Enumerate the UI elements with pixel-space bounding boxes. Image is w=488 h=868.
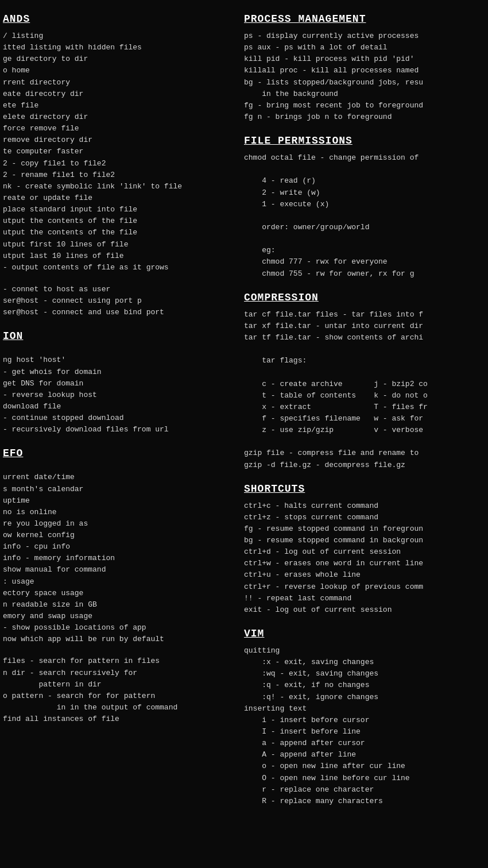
right-column: PROCESS MANAGEMENT ps - display currentl… (238, 6, 488, 823)
section-ssh: - connet to host as user ser@host - conn… (3, 284, 233, 318)
section-content-search: files - search for pattern in files n di… (3, 655, 233, 725)
section-ion: ION (3, 329, 233, 344)
section-title-commands: ANDS (3, 11, 233, 27)
section-sysinfo: urrent date/time s month's calendar upti… (3, 472, 233, 645)
section-content-shortcuts: ctrl+c - halts current command ctrl+z - … (244, 500, 485, 616)
section-title-ion: ION (3, 329, 233, 344)
section-network: ng host 'host' - get whois for domain ge… (3, 354, 233, 435)
section-title-efo: EFO (3, 446, 233, 461)
section-content-sysinfo: urrent date/time s month's calendar upti… (3, 472, 233, 645)
section-compression: COMPRESSION tar cf file.tar files - tar … (244, 290, 485, 471)
section-content-network: ng host 'host' - get whois for domain ge… (3, 354, 233, 435)
section-fileperm: FILE PERMISSIONS chmod octal file - chan… (244, 133, 485, 280)
section-vim: VIM quitting :x - exit, saving changes :… (244, 626, 485, 807)
section-content-commands: / listing itted listing with hidden file… (3, 30, 233, 273)
left-column: ANDS / listing itted listing with hidden… (0, 6, 238, 823)
section-efo: EFO (3, 446, 233, 461)
section-search: files - search for pattern in files n di… (3, 655, 233, 725)
section-content-process: ps - display currently active processes … (244, 30, 485, 123)
section-commands: ANDS / listing itted listing with hidden… (3, 11, 233, 273)
section-content-vim: quitting :x - exit, saving changes :wq -… (244, 645, 485, 807)
section-process: PROCESS MANAGEMENT ps - display currentl… (244, 11, 485, 123)
section-content-fileperm: chmod octal file - change permission of … (244, 152, 485, 280)
page-container: ANDS / listing itted listing with hidden… (0, 0, 488, 829)
section-content-compression: tar cf file.tar files - tar files into f… (244, 309, 485, 471)
section-content-ssh: - connet to host as user ser@host - conn… (3, 284, 233, 318)
section-title-process: PROCESS MANAGEMENT (244, 11, 485, 27)
section-title-shortcuts: SHORTCUTS (244, 481, 485, 497)
section-shortcuts: SHORTCUTS ctrl+c - halts current command… (244, 481, 485, 616)
section-title-fileperm: FILE PERMISSIONS (244, 133, 485, 149)
section-title-compression: COMPRESSION (244, 290, 485, 306)
section-title-vim: VIM (244, 626, 485, 642)
